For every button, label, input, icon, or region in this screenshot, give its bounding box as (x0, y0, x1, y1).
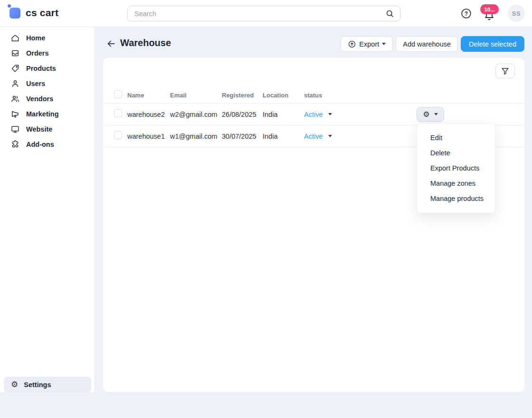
sidebar-label-marketing: Marketing (26, 110, 59, 118)
sidebar-item-addons[interactable]: Add-ons (0, 137, 95, 152)
user-avatar[interactable]: SS (508, 5, 525, 22)
cell-location: India (263, 111, 304, 118)
cell-name: warehouse2 (127, 111, 170, 118)
sidebar-label-addons: Add-ons (26, 141, 54, 148)
cscart-logo[interactable]: cs cart (10, 7, 58, 19)
content-card: Name Email Registered Location status wa… (103, 58, 524, 392)
chevron-down-icon (434, 113, 438, 115)
filter-button[interactable] (495, 64, 515, 78)
row-actions-menu: Edit Delete Export Products Manage zones… (417, 123, 495, 213)
logo-text: cs cart (26, 7, 58, 19)
row-checkbox[interactable] (114, 131, 122, 139)
cell-registered: 30/07/2025 (222, 133, 263, 140)
column-header-status: status (304, 92, 417, 99)
help-button[interactable]: ? (460, 7, 473, 19)
cell-location: India (263, 133, 304, 140)
column-header-location: Location (263, 92, 304, 99)
export-button[interactable]: Export (341, 36, 393, 52)
filter-funnel-icon (501, 66, 510, 76)
cell-email: w1@gmail.com (170, 133, 222, 140)
logo-square-icon (10, 8, 20, 19)
export-icon (348, 40, 356, 48)
products-icon (10, 64, 20, 73)
website-icon (10, 124, 20, 134)
main-sidebar: Home Orders Products Users Vendors Marke… (0, 27, 95, 392)
sidebar-item-users[interactable]: Users (0, 76, 95, 91)
status-dropdown[interactable]: Active (304, 111, 323, 118)
sidebar-item-website[interactable]: Website (0, 122, 95, 137)
sidebar-item-products[interactable]: Products (0, 61, 95, 76)
chevron-down-icon (328, 135, 332, 137)
logo-dot-icon (8, 4, 11, 8)
search-input[interactable] (133, 10, 385, 18)
top-header: cs cart ? 10... SS (0, 0, 532, 27)
question-circle-icon: ? (460, 8, 472, 19)
svg-text:?: ? (465, 10, 468, 17)
sidebar-label-settings: Settings (24, 381, 51, 389)
page-toolbar: Export Add warehouse Delete selected (341, 36, 524, 52)
sidebar-label-website: Website (26, 125, 52, 133)
home-icon (10, 33, 20, 43)
column-header-name: Name (127, 92, 170, 99)
table-header-row: Name Email Registered Location status (103, 87, 524, 104)
sidebar-label-products: Products (26, 65, 56, 72)
cell-name: warehouse1 (127, 133, 170, 140)
menu-item-manage-products[interactable]: Manage products (417, 191, 495, 206)
vendors-icon (10, 94, 20, 104)
sidebar-item-orders[interactable]: Orders (0, 46, 95, 61)
cell-email: w2@gmail.com (170, 111, 222, 118)
sidebar-label-vendors: Vendors (26, 95, 53, 103)
cell-registered: 26/08/2025 (222, 111, 263, 118)
status-dropdown[interactable]: Active (304, 133, 323, 140)
menu-item-delete[interactable]: Delete (417, 145, 495, 161)
sidebar-item-home[interactable]: Home (0, 30, 95, 46)
orders-icon (10, 48, 20, 58)
sidebar-label-home: Home (26, 34, 45, 42)
page-title: Warehouse (120, 38, 171, 48)
marketing-icon (10, 109, 20, 119)
sidebar-label-users: Users (26, 80, 45, 87)
column-header-registered: Registered (222, 92, 263, 99)
search-icon[interactable] (385, 9, 394, 18)
global-search (127, 6, 400, 21)
row-actions-gear-button[interactable]: ⚙ (417, 107, 444, 122)
gear-icon: ⚙ (11, 380, 18, 389)
delete-selected-button[interactable]: Delete selected (461, 36, 524, 52)
chevron-down-icon (382, 43, 386, 45)
gear-icon: ⚙ (423, 111, 429, 118)
back-arrow-icon (106, 38, 116, 49)
add-warehouse-button[interactable]: Add warehouse (396, 36, 458, 52)
notification-count-badge[interactable]: 10... (480, 4, 499, 14)
menu-item-edit[interactable]: Edit (417, 130, 495, 145)
select-all-checkbox[interactable] (114, 90, 122, 98)
sidebar-item-settings[interactable]: ⚙ Settings (4, 377, 91, 392)
sidebar-item-marketing[interactable]: Marketing (0, 106, 95, 122)
back-button[interactable] (105, 38, 117, 50)
users-icon (10, 79, 20, 88)
add-warehouse-label: Add warehouse (403, 40, 451, 48)
menu-item-export-products[interactable]: Export Products (417, 161, 495, 176)
delete-selected-label: Delete selected (469, 40, 516, 48)
row-checkbox[interactable] (114, 109, 122, 117)
export-button-label: Export (359, 40, 379, 48)
chevron-down-icon (328, 113, 332, 115)
addons-icon (10, 140, 20, 149)
table-row: warehouse2 w2@gmail.com 26/08/2025 India… (103, 104, 524, 125)
sidebar-label-orders: Orders (26, 49, 49, 57)
column-header-email: Email (170, 92, 222, 99)
menu-item-manage-zones[interactable]: Manage zones (417, 176, 495, 191)
sidebar-item-vendors[interactable]: Vendors (0, 91, 95, 106)
page-header: Warehouse Export Add warehouse Delete se… (103, 36, 524, 52)
